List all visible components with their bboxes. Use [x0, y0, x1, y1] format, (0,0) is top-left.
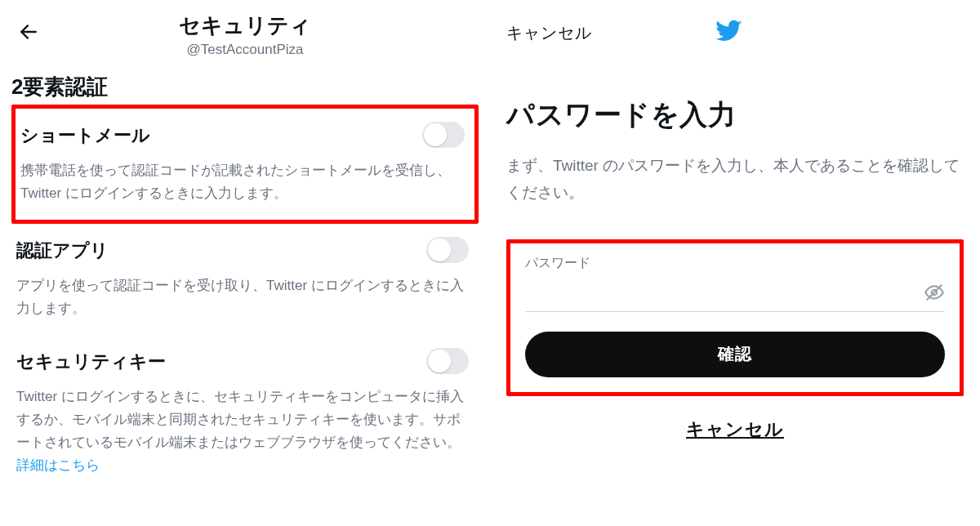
- two-factor-app-row[interactable]: 認証アプリ アプリを使って認証コードを受け取り、Twitter にログインすると…: [11, 224, 479, 335]
- two-factor-app-desc: アプリを使って認証コードを受け取り、Twitter にログインするときに入力しま…: [16, 274, 467, 320]
- security-settings-panel: セキュリティ @TestAccountPiza 2要素認証 ショートメール 携帯…: [0, 0, 490, 526]
- two-factor-sms-row[interactable]: ショートメール 携帯電話を使って認証コードが記載されたショートメールを受信し、T…: [11, 105, 479, 224]
- two-factor-sms-desc: 携帯電話を使って認証コードが記載されたショートメールを受信し、Twitter に…: [20, 159, 463, 205]
- cancel-bottom-button[interactable]: キャンセル: [506, 417, 964, 442]
- password-prompt-panel: キャンセル パスワードを入力 まず、Twitter のパスワードを入力し、本人で…: [490, 0, 980, 526]
- page-title: セキュリティ: [11, 11, 479, 40]
- toggle-knob-icon: [428, 350, 451, 372]
- two-factor-key-row[interactable]: セキュリティキー Twitter にログインするときに、セキュリティキーをコンピ…: [11, 335, 479, 492]
- two-factor-sms-title: ショートメール: [20, 123, 463, 148]
- section-heading-2fa: 2要素認証: [11, 73, 479, 101]
- password-form: パスワード 確認: [506, 239, 964, 396]
- password-prompt-desc: まず、Twitter のパスワードを入力し、本人であることを確認してください。: [506, 152, 964, 207]
- left-header: セキュリティ @TestAccountPiza: [11, 7, 479, 58]
- right-header: キャンセル: [506, 16, 964, 49]
- reveal-password-icon[interactable]: [924, 282, 945, 306]
- confirm-button[interactable]: 確認: [525, 332, 945, 377]
- two-factor-app-title: 認証アプリ: [16, 238, 467, 263]
- password-input[interactable]: [525, 284, 924, 303]
- two-factor-app-toggle[interactable]: [426, 237, 469, 263]
- back-button[interactable]: [15, 18, 42, 46]
- toggle-knob-icon: [428, 238, 451, 261]
- two-factor-key-title: セキュリティキー: [16, 350, 467, 374]
- two-factor-sms-toggle[interactable]: [422, 122, 465, 148]
- learn-more-link[interactable]: 詳細はこちら: [16, 457, 100, 473]
- password-field-label: パスワード: [525, 255, 945, 272]
- password-prompt-title: パスワードを入力: [506, 96, 964, 134]
- two-factor-key-toggle[interactable]: [426, 348, 469, 374]
- account-handle: @TestAccountPiza: [11, 42, 479, 58]
- cancel-top-button[interactable]: キャンセル: [506, 22, 592, 44]
- two-factor-key-desc-text: Twitter にログインするときに、セキュリティキーをコンピュータに挿入するか…: [16, 389, 464, 450]
- two-factor-key-desc: Twitter にログインするときに、セキュリティキーをコンピュータに挿入するか…: [16, 386, 467, 477]
- back-arrow-icon: [18, 21, 39, 42]
- twitter-bird-icon: [715, 17, 743, 48]
- toggle-knob-icon: [424, 123, 447, 146]
